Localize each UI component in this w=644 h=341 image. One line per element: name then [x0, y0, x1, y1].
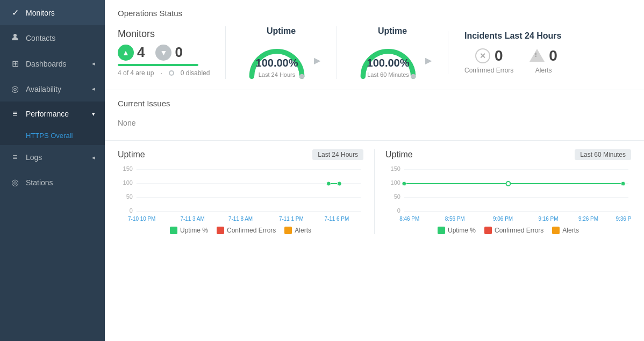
monitors-disabled-text: 0 disabled	[181, 69, 210, 77]
monitors-down-count: ▼ 0	[155, 44, 182, 61]
chart-60m-legend: Uptime % Confirmed Errors Alerts	[385, 227, 631, 234]
svg-text:0: 0	[130, 207, 133, 214]
monitors-icon: ✓	[10, 8, 20, 18]
sidebar-item-stations[interactable]: ◎ Stations	[0, 170, 105, 195]
ops-title: Operations Status	[118, 9, 631, 18]
gauge-60m: 100.00% Last 60 Minutes	[353, 41, 423, 79]
chart-60m-period: Last 60 Minutes	[575, 149, 631, 160]
gauge-60m-arrow: ▶	[425, 55, 432, 66]
legend-alerts-60m: Alerts	[552, 227, 579, 234]
chevron-icon-logs: ◂	[92, 154, 95, 161]
chart-24h-svg: 150 100 50 0 7-10 10 PM 7-11 3 AM 7-11 8…	[118, 164, 363, 223]
legend-errors-24h: Confirmed Errors	[217, 227, 276, 234]
legend-errors-60m: Confirmed Errors	[484, 227, 543, 234]
sidebar-label-logs: Logs	[26, 153, 42, 162]
legend-uptime-60m: Uptime %	[438, 227, 476, 234]
operations-status-section: Operations Status Monitors ▲ 4 ▼ 0	[105, 0, 644, 90]
monitors-progress-bar	[118, 64, 198, 66]
uptime-24h-title: Uptime	[267, 26, 296, 36]
uptime-60m-pct: 100.00%	[367, 57, 410, 69]
legend-errors-color-60m	[484, 227, 492, 234]
sidebar-label-stations: Stations	[26, 178, 53, 187]
chart-60m-header: Uptime Last 60 Minutes	[385, 149, 631, 160]
svg-text:8:56 PM: 8:56 PM	[445, 216, 465, 222]
up-count-value: 4	[137, 44, 145, 61]
svg-text:7-11 1 PM: 7-11 1 PM	[279, 216, 304, 222]
chart-60m-block: Uptime Last 60 Minutes 150 100 50 0 8:46…	[374, 149, 631, 234]
sidebar-item-contacts[interactable]: Contacts	[0, 25, 105, 51]
alert-triangle-icon: !	[529, 49, 545, 62]
legend-errors-label-60m: Confirmed Errors	[495, 227, 543, 234]
svg-text:9:36 PM: 9:36 PM	[616, 216, 631, 222]
uptime-24h-block: Uptime 100.00% Last 24	[225, 26, 337, 79]
uptime-60m-title: Uptime	[378, 26, 407, 36]
legend-uptime-color-60m	[438, 227, 445, 234]
svg-text:7-10 10 PM: 7-10 10 PM	[128, 216, 155, 222]
gauge-60m-value: 100.00% Last 60 Minutes	[367, 57, 410, 79]
sidebar-item-logs[interactable]: ≡ Logs ◂	[0, 145, 105, 170]
chevron-icon-perf: ▾	[92, 111, 95, 118]
incidents-title: Incidents Last 24 Hours	[464, 31, 566, 41]
error-x-icon: ✕	[475, 48, 490, 63]
chart-60m-title: Uptime	[385, 150, 413, 159]
errors-count: 0	[495, 47, 503, 64]
logs-icon: ≡	[10, 153, 20, 162]
uptime-60m-block: Uptime 100.00% Last 60 Minutes ▶	[337, 26, 448, 79]
down-arrow-icon: ▼	[155, 45, 171, 61]
svg-text:150: 150	[391, 165, 400, 172]
confirmed-errors-label: Confirmed Errors	[464, 67, 513, 74]
contacts-icon	[10, 33, 20, 43]
monitors-status: 4 of 4 are up · 0 disabled	[118, 69, 214, 77]
sidebar-item-availability[interactable]: ◎ Availability ◂	[0, 76, 105, 101]
legend-alerts-color-60m	[552, 227, 560, 234]
main-content: Operations Status Monitors ▲ 4 ▼ 0	[105, 0, 644, 341]
legend-uptime-label-60m: Uptime %	[448, 227, 476, 234]
legend-errors-label-24h: Confirmed Errors	[227, 227, 276, 234]
chart-24h-period: Last 24 Hours	[312, 149, 363, 160]
sidebar-item-dashboards[interactable]: ⊞ Dashboards ◂	[0, 51, 105, 76]
down-count-value: 0	[175, 44, 182, 61]
chart-60m-svg-container: 150 100 50 0 8:46 PM 8:56 PM 9:06 PM 9:1…	[385, 164, 631, 223]
chevron-icon: ◂	[92, 60, 95, 67]
svg-point-34	[621, 182, 625, 186]
incidents-row: ✕ 0 Confirmed Errors ! 0	[464, 47, 566, 74]
svg-point-17	[337, 182, 341, 186]
up-arrow-icon: ▲	[118, 45, 134, 61]
monitors-label: Monitors	[118, 28, 214, 40]
charts-area: Uptime Last 24 Hours 150 100 50 0 7-10 1…	[105, 141, 644, 243]
legend-uptime-24h: Uptime %	[170, 227, 208, 234]
alerts-count-row: ! 0	[529, 47, 557, 64]
svg-point-0	[13, 34, 17, 37]
performance-icon: ≡	[10, 109, 20, 119]
issues-title: Current Issues	[118, 99, 631, 108]
svg-point-2	[411, 74, 416, 79]
ops-row: Monitors ▲ 4 ▼ 0 4 of 4 are up ·	[118, 26, 631, 79]
svg-text:8:46 PM: 8:46 PM	[399, 216, 419, 222]
gauge-24h: 100.00% Last 24 Hours	[242, 41, 312, 79]
sidebar-item-monitors[interactable]: ✓ Monitors	[0, 0, 105, 25]
legend-alerts-color-24h	[284, 227, 292, 234]
svg-text:100: 100	[391, 179, 400, 186]
chart-24h-header: Uptime Last 24 Hours	[118, 149, 363, 160]
sidebar-sub-item-https-overall[interactable]: HTTPS Overall	[0, 126, 105, 145]
alerts-count: 0	[549, 47, 557, 64]
availability-icon: ◎	[10, 84, 20, 94]
alert-triangle-container: !	[529, 49, 545, 63]
svg-text:150: 150	[123, 165, 133, 172]
svg-text:50: 50	[126, 193, 133, 200]
monitors-block: Monitors ▲ 4 ▼ 0 4 of 4 are up ·	[118, 28, 225, 77]
svg-point-33	[506, 182, 511, 186]
sidebar-label-contacts: Contacts	[26, 34, 55, 42]
gauge-24h-arrow: ▶	[314, 55, 320, 66]
issues-none-text: None	[118, 114, 631, 132]
svg-text:0: 0	[397, 207, 400, 214]
chart-24h-legend: Uptime % Confirmed Errors Alerts	[118, 227, 363, 234]
monitors-counts: ▲ 4 ▼ 0	[118, 44, 214, 61]
svg-point-16	[326, 182, 331, 186]
chevron-icon-avail: ◂	[92, 85, 95, 92]
current-issues-section: Current Issues None	[105, 90, 644, 141]
svg-text:9:06 PM: 9:06 PM	[493, 216, 513, 222]
legend-errors-color-24h	[217, 227, 224, 234]
sidebar-label-availability: Availability	[26, 85, 61, 93]
sidebar-item-performance[interactable]: ≡ Performance ▾	[0, 101, 105, 126]
